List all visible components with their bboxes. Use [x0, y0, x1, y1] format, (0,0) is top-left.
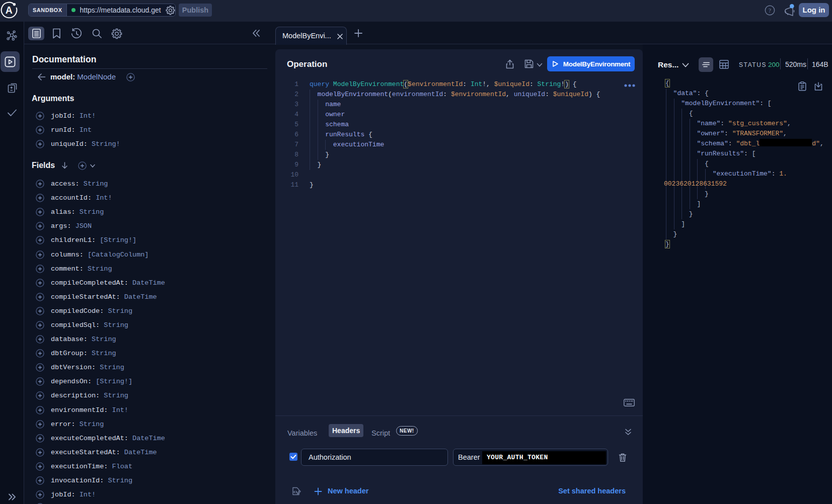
svg-text:A: A — [6, 5, 13, 16]
svg-text:?: ? — [769, 7, 771, 14]
